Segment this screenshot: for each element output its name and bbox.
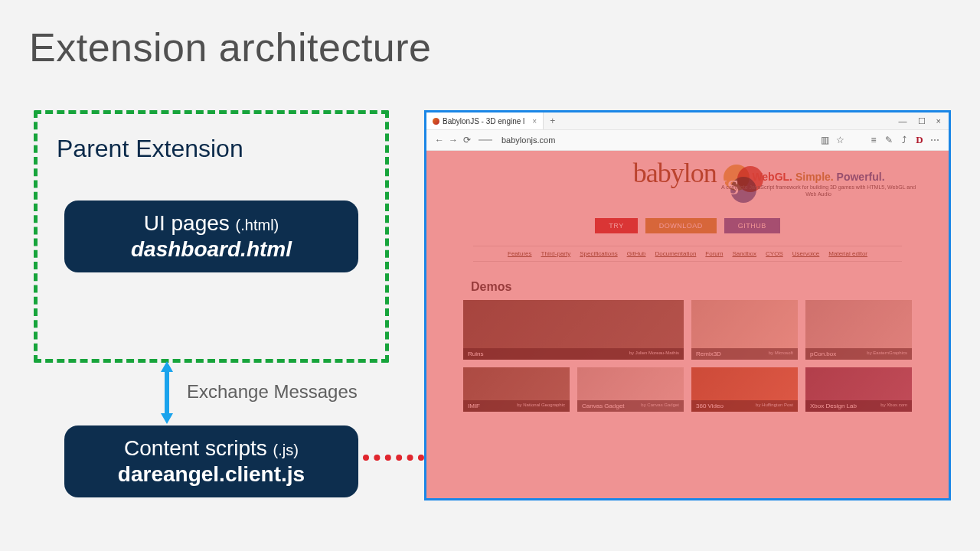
tab-title: BabylonJS - 3D engine l (443, 117, 524, 126)
exchange-messages-label: Exchange Messages (187, 381, 358, 403)
nav-link[interactable]: GitHub (627, 250, 646, 257)
nav-link[interactable]: Uservoice (792, 250, 820, 257)
tab-bar: BabylonJS - 3D engine l × + — ☐ × (426, 112, 949, 129)
favicon-icon (433, 118, 439, 125)
nav-forward-icon[interactable]: → (446, 135, 460, 145)
try-button[interactable]: TRY (595, 218, 637, 233)
window-maximize-icon[interactable]: ☐ (918, 116, 926, 126)
demo-thumb[interactable]: pCon.boxby EasternGraphics (805, 300, 912, 360)
nav-link[interactable]: Forum (705, 250, 723, 257)
nav-link[interactable]: Third-party (541, 250, 571, 257)
nav-link[interactable]: Features (508, 250, 532, 257)
nav-separator (479, 139, 492, 141)
reading-list-icon[interactable]: ▥ (817, 135, 832, 145)
slide-title: Extension architecture (29, 24, 432, 70)
close-tab-icon[interactable]: × (532, 117, 537, 126)
demo-thumb[interactable]: Remix3Dby Microsoft (691, 300, 798, 360)
content-scripts-card: Content scripts (.js) dareangel.client.j… (64, 425, 358, 497)
window-close-icon[interactable]: × (936, 116, 941, 126)
extension-icon[interactable]: D (912, 134, 927, 146)
nav-links: Features Third-party Specifications GitH… (473, 246, 902, 262)
notes-icon[interactable]: ✎ (881, 135, 897, 145)
exchange-arrow-icon (161, 361, 173, 424)
parent-extension-label: Parent Extension (57, 135, 243, 163)
ui-pages-card: UI pages (.html) dashboard.html (64, 201, 358, 272)
nav-link[interactable]: CYOS (766, 250, 783, 257)
ui-pages-filename: dashboard.html (80, 237, 343, 262)
demos-gallery-row2: IMIFby National Geographic Canvas Gadget… (463, 367, 912, 412)
more-icon[interactable]: ⋯ (927, 135, 942, 145)
nav-back-icon[interactable]: ← (433, 135, 446, 145)
demo-thumb[interactable]: Canvas Gadgetby Canvas Gadget (577, 367, 684, 412)
share-icon[interactable]: ⤴ (897, 135, 912, 145)
demos-heading: Demos (471, 280, 949, 294)
sub-tagline: A complete JavaScript framework for buil… (719, 184, 918, 198)
demo-thumb[interactable]: Ruinsby Julien Moreau-Mathis (463, 300, 684, 360)
content-scripts-filename: dareangel.client.js (80, 462, 343, 487)
demo-thumb[interactable]: IMIFby National Geographic (463, 367, 570, 412)
favorite-icon[interactable]: ☆ (832, 135, 848, 145)
demo-thumb[interactable]: 360 Videoby Huffington Post (691, 367, 798, 412)
ui-pages-line1: UI pages (.html) (80, 211, 343, 236)
hero-section: babylon JS WebGL. Simple. Powerful. A co… (426, 151, 949, 269)
window-minimize-icon[interactable]: — (899, 116, 907, 126)
demos-gallery: Ruinsby Julien Moreau-Mathis Remix3Dby M… (463, 300, 912, 360)
url-text[interactable]: babylonjs.com (501, 135, 555, 145)
browser-tab[interactable]: BabylonJS - 3D engine l × (426, 112, 544, 129)
hub-icon[interactable]: ≡ (866, 135, 881, 145)
nav-link[interactable]: Sandbox (732, 250, 756, 257)
download-button[interactable]: DOWNLOAD (645, 218, 717, 233)
browser-window: BabylonJS - 3D engine l × + — ☐ × ← → ⟳ … (424, 110, 951, 500)
injection-dotted-line (363, 455, 424, 461)
svg-marker-0 (161, 361, 173, 424)
nav-link[interactable]: Specifications (580, 250, 617, 257)
github-button[interactable]: GITHUB (724, 218, 780, 233)
page-content: babylon JS WebGL. Simple. Powerful. A co… (426, 151, 949, 498)
demo-thumb[interactable]: Xbox Design Labby Xbox.com (805, 367, 912, 412)
nav-refresh-icon[interactable]: ⟳ (460, 135, 474, 145)
new-tab-button[interactable]: + (544, 116, 561, 126)
address-bar: ← → ⟳ babylonjs.com ▥ ☆ ≡ ✎ ⤴ D ⋯ (426, 129, 949, 151)
nav-link[interactable]: Material editor (828, 250, 867, 257)
nav-link[interactable]: Documentation (655, 250, 697, 257)
content-scripts-line1: Content scripts (.js) (80, 436, 343, 461)
tagline: WebGL. Simple. Powerful. (719, 171, 918, 183)
